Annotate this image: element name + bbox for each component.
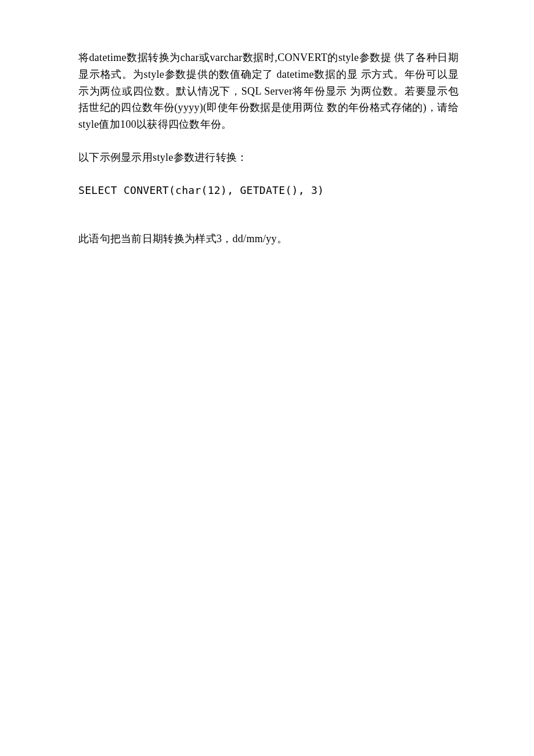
intro-paragraph: 将datetime数据转换为char或varchar数据时,CONVERT的st… — [78, 49, 459, 133]
sql-code-example: SELECT CONVERT(char(12), GETDATE(), 3) — [78, 182, 459, 199]
explanation-paragraph: 此语句把当前日期转换为样式3，dd/mm/yy。 — [78, 231, 459, 247]
example-intro: 以下示例显示用style参数进行转换： — [78, 149, 459, 166]
